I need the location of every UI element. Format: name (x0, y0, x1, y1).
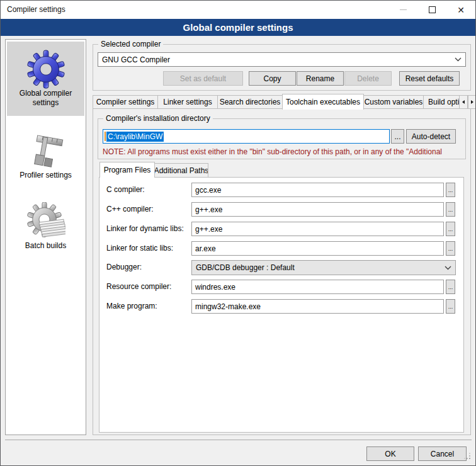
make-program-browse-button[interactable]: ... (446, 299, 455, 314)
install-dir-note: NOTE: All programs must exist either in … (103, 147, 466, 156)
cpp-compiler-input[interactable]: g++.exe (191, 202, 444, 217)
subtab-program-files[interactable]: Program Files (99, 162, 155, 178)
ellipsis-icon: ... (448, 187, 453, 193)
arrow-right-icon (471, 100, 473, 104)
dynamic-linker-label: Linker for dynamic libs: (106, 224, 184, 233)
button-label: Auto-detect (412, 132, 450, 141)
copy-button[interactable]: Copy (249, 71, 296, 86)
compiler-select-value: GNU GCC Compiler (102, 55, 455, 64)
field-value: g++.exe (195, 205, 222, 214)
maximize-button[interactable] (417, 1, 446, 19)
compiler-settings-window: Compiler settings ✕ Global compiler sett… (0, 0, 476, 466)
tab-label: Search directories (220, 98, 281, 106)
tab-scroll-left-button[interactable] (459, 95, 468, 109)
cancel-button[interactable]: Cancel (418, 446, 467, 461)
ok-button[interactable]: OK (366, 446, 414, 461)
banner-title: Global compiler settings (183, 22, 293, 33)
debugger-label: Debugger: (106, 263, 142, 271)
ellipsis-icon: ... (448, 226, 453, 232)
debugger-select[interactable]: GDB/CDB debugger : Default (191, 260, 456, 275)
sidebar-item-global-compiler-settings[interactable]: Global compiler settings (7, 42, 84, 116)
footer-separator (5, 440, 472, 440)
tab-build-options[interactable]: Build options (423, 95, 460, 108)
reset-defaults-button[interactable]: Reset defaults (399, 71, 460, 86)
ellipsis-icon: ... (448, 304, 453, 310)
minimize-button[interactable] (388, 1, 417, 19)
button-label: OK (385, 450, 395, 458)
c-compiler-input[interactable]: gcc.exe (191, 183, 444, 197)
arrow-left-icon (462, 100, 465, 104)
field-value: mingw32-make.exe (195, 302, 261, 311)
sidebar-item-batch-builds[interactable]: Batch builds (7, 193, 84, 259)
dynamic-linker-browse-button[interactable]: ... (446, 222, 455, 236)
sidebar-item-profiler-settings[interactable]: Profiler settings (7, 120, 84, 191)
c-compiler-label: C compiler: (106, 185, 145, 194)
tab-label: Compiler settings (96, 98, 155, 106)
tab-scroll-right-button[interactable] (468, 95, 476, 109)
cpp-compiler-label: C++ compiler: (106, 205, 154, 213)
field-value: g++.exe (195, 225, 222, 234)
tab-label: Custom variables (365, 98, 423, 106)
button-label: Reset defaults (405, 74, 454, 83)
button-label: Cancel (431, 450, 454, 458)
delete-button[interactable]: Delete (344, 71, 392, 86)
window-title: Compiler settings (7, 5, 65, 14)
field-value: windres.exe (195, 283, 235, 292)
static-linker-input[interactable]: ar.exe (191, 241, 444, 256)
close-button[interactable]: ✕ (446, 1, 475, 19)
caliper-icon (26, 132, 65, 171)
tab-custom-variables[interactable]: Custom variables (363, 95, 424, 108)
tab-label: Additional Paths (154, 166, 208, 175)
ellipsis-icon: ... (448, 207, 453, 213)
static-linker-browse-button[interactable]: ... (446, 241, 455, 256)
install-dir-group-label: Compiler's installation directory (103, 114, 213, 123)
gray-gear-stack-icon (26, 202, 65, 241)
button-label: Delete (357, 74, 379, 83)
program-files-page: C compiler: gcc.exe ... C++ compiler: g+… (99, 177, 464, 433)
install-dir-browse-button[interactable]: ... (391, 129, 404, 144)
dialog-banner: Global compiler settings (1, 19, 475, 36)
ellipsis-icon: ... (448, 246, 453, 252)
tab-label: Toolchain executables (286, 98, 360, 106)
tab-label: Linker settings (163, 98, 212, 106)
dynamic-linker-input[interactable]: g++.exe (191, 222, 444, 236)
title-bar: Compiler settings ✕ (1, 1, 475, 19)
tab-linker-settings[interactable]: Linker settings (157, 95, 218, 108)
install-dir-value: C:\raylib\MinGW (106, 132, 164, 142)
tab-label: Program Files (104, 166, 151, 174)
chevron-down-icon (455, 57, 462, 62)
compiler-select[interactable]: GNU GCC Compiler (98, 52, 466, 67)
cpp-compiler-browse-button[interactable]: ... (446, 202, 455, 217)
make-program-label: Make program: (106, 302, 157, 310)
tab-search-directories[interactable]: Search directories (217, 95, 283, 108)
resource-compiler-input[interactable]: windres.exe (191, 280, 444, 294)
text-caret (105, 132, 106, 141)
sidebar-item-label: Global compiler settings (7, 89, 84, 108)
button-label: Set as default (180, 74, 226, 83)
chevron-down-icon (445, 266, 451, 270)
button-label: Copy (263, 74, 281, 83)
static-linker-label: Linker for static libs: (106, 244, 173, 253)
tab-compiler-settings[interactable]: Compiler settings (93, 95, 158, 108)
install-dir-input[interactable]: C:\raylib\MinGW (103, 129, 390, 144)
close-icon: ✕ (457, 6, 465, 14)
ellipsis-icon: ... (394, 132, 400, 141)
blue-gear-icon (26, 50, 65, 89)
rename-button[interactable]: Rename (297, 71, 344, 86)
settings-sidebar: Global compiler settings Profiler settin… (5, 39, 86, 435)
ellipsis-icon: ... (448, 284, 453, 290)
maximize-icon (429, 6, 436, 13)
set-as-default-button[interactable]: Set as default (163, 71, 243, 86)
field-value: gcc.exe (195, 186, 221, 195)
sidebar-item-label: Profiler settings (20, 171, 72, 180)
resource-compiler-browse-button[interactable]: ... (446, 280, 455, 294)
button-label: Rename (306, 74, 334, 83)
tab-toolchain-executables[interactable]: Toolchain executables (282, 94, 364, 110)
resource-compiler-label: Resource compiler: (106, 282, 171, 291)
auto-detect-button[interactable]: Auto-detect (406, 129, 456, 144)
selected-compiler-group-label: Selected compiler (98, 40, 163, 48)
c-compiler-browse-button[interactable]: ... (446, 183, 455, 197)
subtab-additional-paths[interactable]: Additional Paths (154, 163, 208, 177)
make-program-input[interactable]: mingw32-make.exe (191, 299, 444, 314)
resize-grip[interactable] (464, 453, 465, 454)
